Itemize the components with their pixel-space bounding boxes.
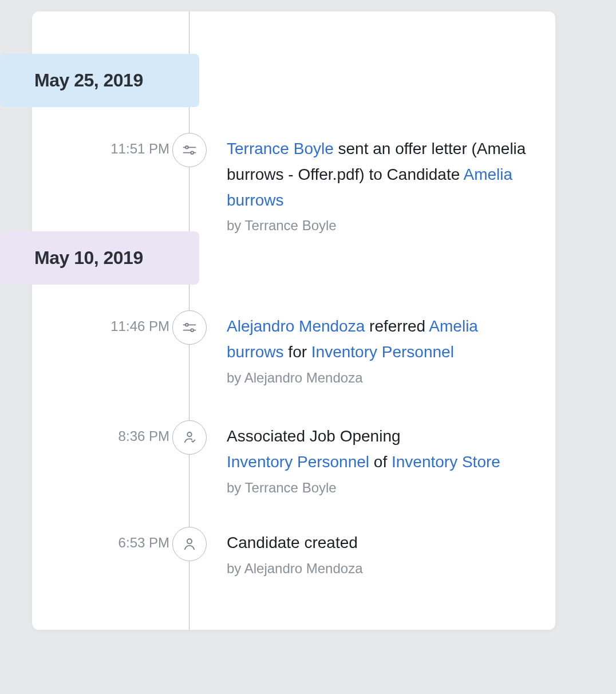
entry-content: Alejandro Mendoza referred Amelia burrow… xyxy=(210,308,555,386)
entry-byline: by Alejandro Mendoza xyxy=(227,370,532,386)
by-label: by xyxy=(227,480,245,495)
timeline-entry: 11:51 PM Terrance Boyle sent an offer le… xyxy=(32,131,555,234)
entry-headline: Terrance Boyle sent an offer letter (Ame… xyxy=(227,136,532,213)
by-name: Alejandro Mendoza xyxy=(244,370,363,385)
entry-time: 11:46 PM xyxy=(32,308,169,334)
actor-link[interactable]: Terrance Boyle xyxy=(227,140,334,157)
svg-point-7 xyxy=(191,329,194,332)
entry-headline: Alejandro Mendoza referred Amelia burrow… xyxy=(227,314,532,365)
entry-content: Candidate created by Alejandro Mendoza xyxy=(210,525,555,577)
entry-node-col xyxy=(169,131,210,167)
entry-content: Terrance Boyle sent an offer letter (Ame… xyxy=(210,131,555,234)
dept-link[interactable]: Inventory Store xyxy=(392,453,500,471)
svg-point-1 xyxy=(185,146,188,149)
entry-time: 11:51 PM xyxy=(32,131,169,157)
entry-node-col xyxy=(169,418,210,455)
by-label: by xyxy=(227,370,244,385)
date-chip: May 25, 2019 xyxy=(0,54,199,107)
entry-byline: by Alejandro Mendoza xyxy=(227,561,532,577)
person-check-icon xyxy=(172,420,207,455)
sliders-icon xyxy=(172,133,207,167)
svg-point-8 xyxy=(187,432,191,436)
svg-point-5 xyxy=(185,324,188,326)
by-name: Terrance Boyle xyxy=(245,480,337,495)
sliders-icon xyxy=(172,310,207,345)
entry-text: for xyxy=(284,343,311,361)
by-name: Alejandro Mendoza xyxy=(244,561,363,576)
entry-headline: Candidate created xyxy=(227,530,532,556)
timeline-entry: 8:36 PM Associated Job Opening Inventory… xyxy=(32,418,555,496)
entry-node-col xyxy=(169,525,210,561)
entry-headline: Associated Job Opening Inventory Personn… xyxy=(227,424,532,475)
entry-byline: by Terrance Boyle xyxy=(227,218,532,234)
date-chip: May 10, 2019 xyxy=(0,231,199,285)
by-label: by xyxy=(227,218,245,233)
entry-title: Candidate created xyxy=(227,534,358,551)
person-icon xyxy=(172,527,207,561)
entry-time: 8:36 PM xyxy=(32,418,169,444)
entry-time: 6:53 PM xyxy=(32,525,169,551)
job-link[interactable]: Inventory Personnel xyxy=(227,453,369,471)
by-name: Terrance Boyle xyxy=(245,218,337,233)
entry-title: Associated Job Opening xyxy=(227,424,532,449)
entry-content: Associated Job Opening Inventory Personn… xyxy=(210,418,555,496)
entry-node-col xyxy=(169,308,210,345)
svg-point-3 xyxy=(191,151,194,154)
svg-point-9 xyxy=(187,539,192,543)
actor-link[interactable]: Alejandro Mendoza xyxy=(227,317,365,335)
job-link[interactable]: Inventory Personnel xyxy=(311,343,454,361)
timeline-entry: 6:53 PM Candidate created by Alejandro M… xyxy=(32,525,555,577)
timeline-entry: 11:46 PM Alejandro Mendoza referred Amel… xyxy=(32,308,555,386)
entry-text: of xyxy=(369,453,392,471)
by-label: by xyxy=(227,561,244,576)
entry-byline: by Terrance Boyle xyxy=(227,480,532,496)
entry-text: referred xyxy=(365,317,429,335)
